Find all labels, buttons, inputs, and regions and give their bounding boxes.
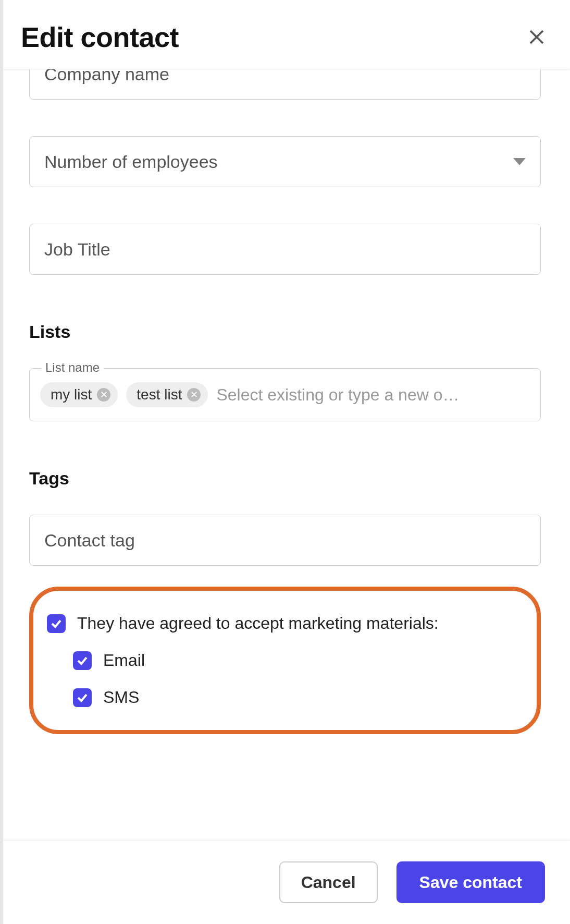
close-button[interactable]	[524, 25, 549, 50]
company-name-field[interactable]: Company name	[29, 69, 541, 100]
modal-header: Edit contact	[0, 0, 570, 69]
list-name-label: List name	[41, 360, 104, 375]
consent-sms-label: SMS	[103, 688, 139, 707]
remove-chip-icon[interactable]: ✕	[97, 388, 110, 402]
modal-footer: Cancel Save contact	[0, 840, 570, 924]
company-name-placeholder: Company name	[44, 69, 169, 84]
cancel-button[interactable]: Cancel	[279, 861, 378, 903]
close-icon	[527, 28, 546, 46]
page-title: Edit contact	[21, 21, 179, 53]
check-icon	[50, 617, 63, 630]
consent-main-checkbox[interactable]	[47, 614, 66, 633]
contact-tag-placeholder: Contact tag	[44, 530, 135, 551]
list-name-field[interactable]: List name my list ✕ test list ✕	[29, 368, 541, 421]
tags-heading: Tags	[29, 468, 541, 489]
check-icon	[76, 691, 89, 704]
job-title-placeholder: Job Title	[44, 239, 110, 260]
consent-main-label: They have agreed to accept marketing mat…	[77, 614, 439, 633]
list-chip-label: my list	[51, 386, 92, 403]
job-title-field[interactable]: Job Title	[29, 224, 541, 275]
modal-body: Company name Number of employees Job Tit…	[0, 69, 570, 840]
consent-email-label: Email	[103, 651, 145, 670]
list-chip: test list ✕	[126, 382, 208, 407]
chevron-down-icon	[513, 158, 526, 165]
consent-email-checkbox[interactable]	[73, 651, 92, 670]
contact-tag-field[interactable]: Contact tag	[29, 515, 541, 566]
consent-sms-checkbox[interactable]	[73, 688, 92, 707]
list-name-input[interactable]	[216, 385, 530, 405]
employees-select[interactable]: Number of employees	[29, 136, 541, 187]
check-icon	[76, 654, 89, 667]
employees-placeholder: Number of employees	[44, 152, 218, 172]
list-chip-label: test list	[137, 386, 182, 403]
save-contact-button[interactable]: Save contact	[396, 861, 545, 903]
remove-chip-icon[interactable]: ✕	[187, 388, 201, 402]
lists-heading: Lists	[29, 322, 541, 342]
consent-highlight: They have agreed to accept marketing mat…	[29, 587, 541, 734]
list-chip: my list ✕	[40, 382, 118, 407]
